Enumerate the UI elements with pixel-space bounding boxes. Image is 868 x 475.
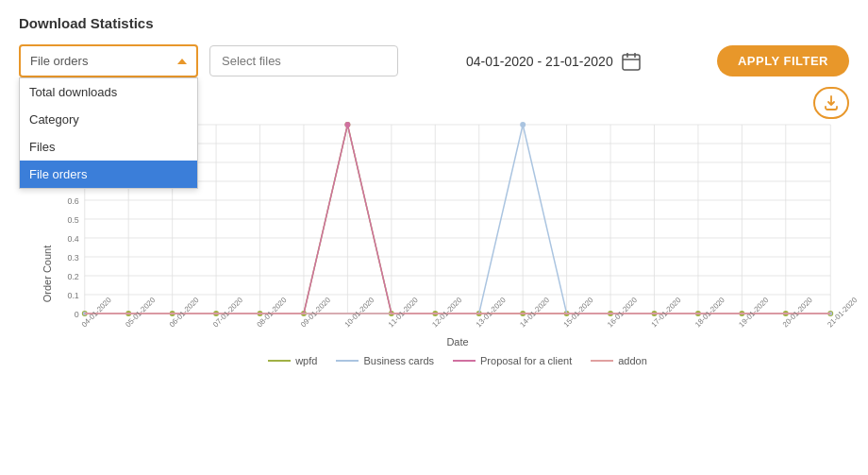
y-axis-label: Order Count xyxy=(42,246,53,303)
legend-label-wpfd: wpfd xyxy=(295,355,317,366)
svg-point-65 xyxy=(344,122,350,127)
date-range-text: 04-01-2020 - 21-01-2020 xyxy=(466,54,613,69)
svg-text:0.3: 0.3 xyxy=(67,253,78,263)
dropdown-menu: Total downloads Category Files File orde… xyxy=(19,77,198,189)
legend-item-addon: addon xyxy=(591,355,647,366)
svg-text:0.4: 0.4 xyxy=(67,234,78,244)
select-files-input[interactable] xyxy=(209,45,398,76)
dropdown-item-category[interactable]: Category xyxy=(20,106,197,133)
legend-item-business-cards: Business cards xyxy=(336,355,434,366)
svg-point-62 xyxy=(520,122,526,127)
filter-dropdown-wrapper: File orders Total downloads Category Fil… xyxy=(19,44,198,77)
svg-text:0.5: 0.5 xyxy=(67,215,78,225)
legend-item-wpfd: wpfd xyxy=(268,355,317,366)
svg-text:0.1: 0.1 xyxy=(67,291,78,300)
dropdown-item-total-downloads[interactable]: Total downloads xyxy=(20,78,197,106)
legend-line-addon xyxy=(591,360,613,362)
chart-legend: wpfd Business cards Proposal for a clien… xyxy=(66,355,849,366)
legend-label-addon: addon xyxy=(618,355,647,366)
svg-text:0: 0 xyxy=(75,310,79,319)
dropdown-selected-label: File orders xyxy=(30,54,88,68)
svg-text:0.6: 0.6 xyxy=(67,196,78,206)
filter-dropdown-button[interactable]: File orders xyxy=(19,44,198,77)
filter-bar: File orders Total downloads Category Fil… xyxy=(19,44,849,77)
dropdown-item-files[interactable]: Files xyxy=(20,133,197,161)
legend-label-business-cards: Business cards xyxy=(363,355,434,366)
download-icon xyxy=(823,94,840,111)
legend-label-proposal: Proposal for a client xyxy=(480,355,572,366)
legend-line-wpfd xyxy=(268,360,291,362)
legend-line-proposal xyxy=(453,360,476,362)
dropdown-arrow-icon xyxy=(177,59,187,64)
page-title: Download Statistics xyxy=(19,15,849,31)
calendar-icon[interactable] xyxy=(621,51,642,72)
x-axis-label: Date xyxy=(66,336,849,348)
legend-item-proposal: Proposal for a client xyxy=(453,355,572,366)
legend-line-business-cards xyxy=(336,360,359,362)
apply-filter-button[interactable]: APPLY FILTER xyxy=(717,45,849,76)
svg-text:0.2: 0.2 xyxy=(67,272,78,281)
dropdown-item-file-orders[interactable]: File orders xyxy=(20,161,197,188)
date-range-wrapper: 04-01-2020 - 21-01-2020 xyxy=(466,51,642,72)
export-download-button[interactable] xyxy=(813,87,849,119)
main-container: Download Statistics File orders Total do… xyxy=(0,0,868,475)
svg-rect-0 xyxy=(623,55,640,70)
